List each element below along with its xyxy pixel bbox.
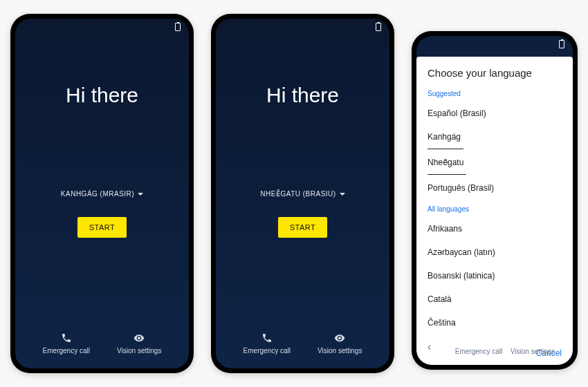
bottom-actions: Emergency call Vision settings: [216, 332, 389, 368]
language-option[interactable]: Español (Brasil): [416, 102, 573, 125]
bottom-actions: Emergency call Vision settings: [416, 348, 573, 365]
phone-icon: [61, 332, 72, 343]
language-list[interactable]: Suggested Español (Brasil) Kanhgág Nheẽg…: [416, 84, 573, 343]
back-chevron-icon[interactable]: ‹: [428, 341, 431, 353]
language-option[interactable]: Nheẽgatu: [416, 151, 573, 174]
emergency-call-label: Emergency call: [244, 347, 291, 355]
greeting-text: Hi there: [266, 84, 339, 107]
vision-settings-button[interactable]: Vision settings: [318, 332, 362, 355]
emergency-call-label: Emergency call: [43, 347, 90, 355]
eye-icon: [134, 332, 145, 343]
chevron-down-icon: [138, 193, 143, 196]
bottom-actions: Emergency call Vision settings: [15, 332, 189, 368]
chevron-down-icon: [340, 193, 345, 196]
start-button[interactable]: START: [77, 217, 127, 238]
vision-settings-label: Vision settings: [318, 347, 362, 355]
start-button[interactable]: START: [278, 217, 328, 238]
suggested-section-label: Suggested: [416, 84, 573, 102]
status-bar: [416, 36, 573, 53]
vision-settings-label: Vision settings: [511, 348, 555, 355]
language-option[interactable]: Azərbaycan (latın): [416, 240, 573, 264]
emergency-call-button[interactable]: Emergency call: [43, 332, 90, 355]
language-option[interactable]: Afrikaans: [416, 217, 573, 240]
language-dialog: Choose your language Suggested Español (…: [416, 57, 573, 365]
phone-frame-1: Hi there KANHGÁG (MRASIR) START Emergenc…: [10, 14, 194, 373]
language-label: KANHGÁG (MRASIR): [61, 190, 134, 198]
dialog-title: Choose your language: [416, 57, 573, 84]
status-bar: [216, 19, 389, 35]
battery-icon: [175, 23, 181, 31]
all-languages-section-label: All languages: [416, 200, 573, 217]
language-option[interactable]: Čeština: [416, 311, 573, 334]
language-label: NHEẼGATU (BRASIU): [260, 190, 336, 198]
vision-settings-button[interactable]: Vision settings: [511, 348, 555, 355]
language-selector[interactable]: KANHGÁG (MRASIR): [61, 190, 143, 198]
battery-icon: [376, 23, 381, 31]
status-bar: [15, 19, 189, 35]
welcome-screen-1: Hi there KANHGÁG (MRASIR) START Emergenc…: [15, 19, 189, 368]
language-selector[interactable]: NHEẼGATU (BRASIU): [260, 190, 344, 198]
welcome-area: Hi there KANHGÁG (MRASIR) START: [15, 35, 189, 332]
vision-settings-label: Vision settings: [117, 347, 161, 355]
language-option[interactable]: Kanhgág: [416, 125, 573, 149]
eye-icon: [334, 332, 345, 343]
language-picker-screen: Choose your language Suggested Español (…: [416, 36, 573, 365]
welcome-screen-2: Hi there NHEẼGATU (BRASIU) START Emergen…: [216, 19, 389, 368]
emergency-call-button[interactable]: Emergency call: [455, 348, 502, 355]
phone-frame-3: Choose your language Suggested Español (…: [412, 31, 578, 370]
battery-icon: [559, 40, 564, 48]
underline-accent: [428, 174, 466, 175]
language-option[interactable]: Català: [416, 287, 573, 311]
emergency-call-label: Emergency call: [455, 348, 502, 355]
underline-accent: [428, 149, 463, 149]
phone-icon: [261, 332, 273, 343]
welcome-area: Hi there NHEẼGATU (BRASIU) START: [216, 35, 389, 332]
phone-frame-2: Hi there NHEẼGATU (BRASIU) START Emergen…: [211, 14, 394, 373]
vision-settings-button[interactable]: Vision settings: [117, 332, 161, 355]
language-option[interactable]: Português (Brasil): [416, 176, 573, 200]
greeting-text: Hi there: [66, 84, 138, 107]
language-option[interactable]: Bosanski (latinica): [416, 264, 573, 287]
emergency-call-button[interactable]: Emergency call: [244, 332, 291, 355]
